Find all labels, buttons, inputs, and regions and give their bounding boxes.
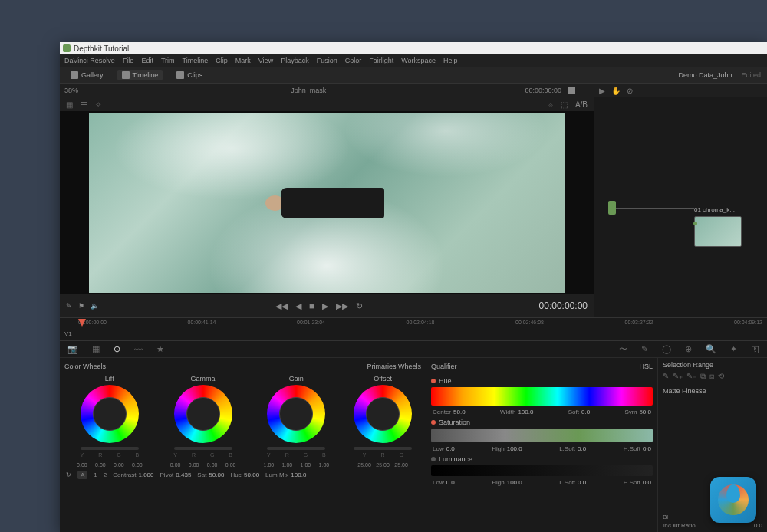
reel-tab-icon[interactable]: ☰ <box>81 100 87 109</box>
lum-hsoft[interactable]: 0.0 <box>643 479 651 486</box>
reset-icon[interactable]: ↻ <box>66 471 71 478</box>
expand-icon[interactable] <box>568 87 575 94</box>
menu-fusion[interactable]: Fusion <box>317 57 337 64</box>
wheel-value[interactable]: 0.00 <box>204 462 221 468</box>
page-1[interactable]: 1 <box>94 471 97 478</box>
menu-file[interactable]: File <box>123 57 134 64</box>
play-button[interactable]: ▶ <box>322 301 328 311</box>
qualifier-mode-dropdown[interactable]: HSL <box>639 363 653 370</box>
menu-workspace[interactable]: Workspace <box>401 57 436 64</box>
magnify-icon[interactable]: 🔍 <box>706 344 716 354</box>
loop-button[interactable]: ↻ <box>356 301 363 311</box>
lum-lsoft[interactable]: 0.0 <box>578 479 586 486</box>
wheel-slider[interactable] <box>354 447 412 450</box>
wheel-value[interactable]: 25.00 <box>356 462 373 468</box>
wheel-value[interactable]: 1.00 <box>297 462 314 468</box>
viewer-canvas[interactable] <box>60 111 594 294</box>
ratio-value[interactable]: 0.0 <box>754 522 762 529</box>
sat-lsoft[interactable]: 0.0 <box>578 445 586 452</box>
color-wheel[interactable] <box>267 385 325 443</box>
eyedropper-icon[interactable]: ✎ <box>66 302 72 310</box>
menu-fairlight[interactable]: Fairlight <box>369 57 393 64</box>
hue-value[interactable]: 50.00 <box>244 471 259 478</box>
hue-soft[interactable]: 0.0 <box>581 409 590 415</box>
timecode-header[interactable]: 00:00:00:00 <box>525 87 561 94</box>
lum-high[interactable]: 100.0 <box>507 479 522 486</box>
hue-center[interactable]: 50.0 <box>453 409 466 415</box>
node-graph[interactable]: 01 chroma_k... <box>594 97 767 317</box>
hand-tool-icon[interactable]: ✋ <box>611 87 621 95</box>
color-wheel[interactable] <box>354 385 412 443</box>
hue-strip[interactable] <box>431 387 653 406</box>
wheel-value[interactable]: 1.00 <box>260 462 277 468</box>
primaries-tab-icon[interactable]: ⊙ <box>114 344 120 354</box>
soft-add-icon[interactable]: ⧉ <box>700 372 706 381</box>
wheel-value[interactable]: 0.00 <box>110 462 127 468</box>
viewer-options-icon[interactable]: ⋯ <box>84 87 92 94</box>
disable-tool-icon[interactable]: ⊘ <box>627 87 633 95</box>
wheel-value[interactable]: 0.00 <box>167 462 184 468</box>
stills-tab-icon[interactable]: ▦ <box>66 100 73 109</box>
menu-color[interactable]: Color <box>345 57 362 64</box>
volume-icon[interactable]: 🔈 <box>91 302 99 310</box>
camera-tab-icon[interactable]: 📷 <box>67 344 78 354</box>
menu-clip[interactable]: Clip <box>216 57 228 64</box>
sat-hsoft[interactable]: 0.0 <box>643 445 651 452</box>
saturation-strip[interactable] <box>431 429 653 442</box>
clip-name[interactable]: John_mask <box>291 87 326 94</box>
page-a[interactable]: A <box>77 471 87 479</box>
fit-icon[interactable]: ⟐ <box>548 100 553 109</box>
wheel-slider[interactable] <box>174 447 232 450</box>
tracker-tool-icon[interactable]: ⊕ <box>685 344 692 354</box>
hue-width[interactable]: 100.0 <box>518 409 533 415</box>
contrast-value[interactable]: 1.000 <box>138 471 153 478</box>
prev-frame-button[interactable]: ◀ <box>295 301 301 311</box>
next-frame-button[interactable]: ▶▶ <box>336 301 348 311</box>
viewer-menu-icon[interactable]: ⋯ <box>581 87 589 94</box>
menu-playback[interactable]: Playback <box>281 57 309 64</box>
zoom-dropdown[interactable]: 38% <box>64 87 78 94</box>
wheels-mode-dropdown[interactable]: Primaries Wheels <box>367 363 421 370</box>
color-wheel[interactable] <box>81 385 139 443</box>
wheel-value[interactable]: 1.00 <box>315 462 332 468</box>
stop-button[interactable]: ■ <box>309 301 314 310</box>
wheel-value[interactable]: 25.00 <box>374 462 391 468</box>
checker-tab-icon[interactable]: ▦ <box>92 344 100 354</box>
lummix-value[interactable]: 100.0 <box>291 471 306 478</box>
timeline-button[interactable]: Timeline <box>117 70 163 80</box>
wheel-slider[interactable] <box>81 447 139 450</box>
node-input[interactable] <box>608 201 616 215</box>
ab-label[interactable]: A/B <box>575 100 588 109</box>
sat-low[interactable]: 0.0 <box>446 445 455 452</box>
lum-low[interactable]: 0.0 <box>446 479 455 486</box>
hue-sym[interactable]: 50.0 <box>639 409 651 415</box>
menu-app[interactable]: DaVinci Resolve <box>64 57 115 64</box>
highlight-icon[interactable]: ⬚ <box>561 100 568 109</box>
wheel-value[interactable]: 0.00 <box>74 462 91 468</box>
wand-icon[interactable]: ✧ <box>95 100 101 109</box>
soft-sub-icon[interactable]: ⧈ <box>709 372 714 381</box>
color-wheel[interactable] <box>174 385 232 443</box>
flag-icon[interactable]: ⚑ <box>78 302 84 310</box>
menu-view[interactable]: View <box>258 57 273 64</box>
curve-tool-icon[interactable]: 〜 <box>619 343 627 355</box>
menu-help[interactable]: Help <box>443 57 458 64</box>
picker-tool-icon[interactable]: ✎ <box>641 344 648 354</box>
wheel-value[interactable]: 25.00 <box>393 462 410 468</box>
menu-trim[interactable]: Trim <box>161 57 175 64</box>
first-frame-button[interactable]: ◀◀ <box>275 301 288 311</box>
resolve-app-icon[interactable] <box>710 477 756 523</box>
pointer-tool-icon[interactable]: ▶ <box>599 87 605 95</box>
clips-button[interactable]: Clips <box>172 70 207 80</box>
wheel-value[interactable]: 0.00 <box>222 462 239 468</box>
invert-icon[interactable]: ⟲ <box>718 372 724 381</box>
wheel-value[interactable]: 0.00 <box>129 462 146 468</box>
fx-tab-icon[interactable]: ✦ <box>730 344 737 354</box>
wheel-slider[interactable] <box>267 447 325 450</box>
sat-high[interactable]: 100.0 <box>507 445 522 452</box>
key-tab-icon[interactable]: ⚿ <box>751 345 759 354</box>
luminance-strip[interactable] <box>431 465 653 476</box>
gallery-button[interactable]: Gallery <box>66 70 108 80</box>
sat-value[interactable]: 50.00 <box>209 471 224 478</box>
menu-timeline[interactable]: Timeline <box>183 57 209 64</box>
